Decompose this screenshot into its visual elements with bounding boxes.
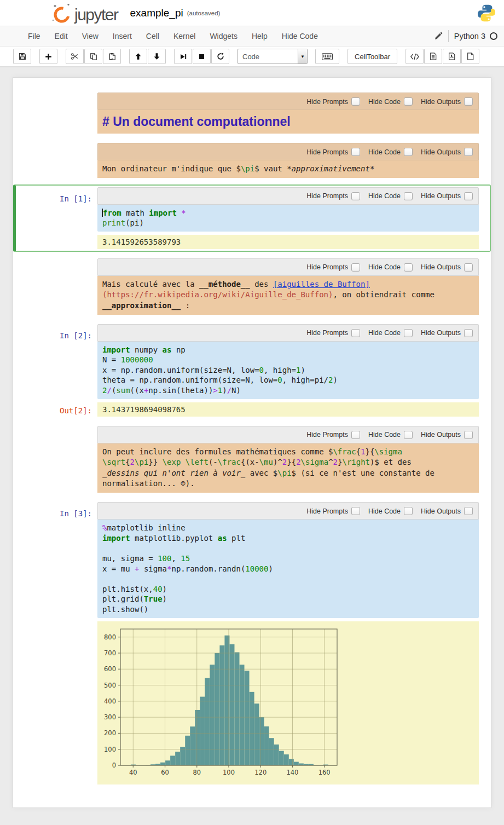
move-cell-down-button[interactable] [148, 49, 166, 64]
celltoolbar-button-label: CellToolbar [355, 53, 390, 61]
notebook-page: Hide PromptsHide CodeHide Outputs# Un do… [0, 67, 504, 815]
interrupt-kernel-button[interactable] [193, 49, 211, 64]
hide-outputs-checkbox[interactable] [464, 507, 473, 515]
menubar-items: FileEditViewInsertCellKernelWidgetsHelpH… [21, 27, 325, 45]
hide-prompts-checkbox[interactable] [351, 97, 360, 106]
menu-item-kernel[interactable]: Kernel [166, 27, 202, 45]
cell-output: 4060801001201401600100200300400500600700… [97, 621, 479, 784]
input-prompt [17, 93, 97, 134]
hide-outputs-checkbox[interactable] [464, 263, 473, 272]
cell-toolbar: Hide PromptsHide CodeHide Outputs [97, 324, 479, 342]
hide-outputs-label: Hide Outputs [421, 507, 461, 515]
hide-prompts-label: Hide Prompts [306, 507, 348, 515]
hide-code-checkbox[interactable] [404, 263, 413, 272]
paste-cell-button[interactable] [103, 49, 121, 64]
hide-prompts-label: Hide Prompts [306, 148, 348, 156]
hide-code-checkbox[interactable] [404, 507, 413, 515]
notebook-title[interactable]: example_pi [130, 7, 183, 19]
hide-outputs-checkbox[interactable] [464, 97, 473, 106]
cell-type-select[interactable]: Code ▼ [237, 49, 308, 64]
hide-prompts-label: Hide Prompts [306, 98, 348, 106]
restart-kernel-button[interactable] [211, 49, 229, 64]
command-palette-button[interactable] [315, 49, 339, 64]
menu-item-file[interactable]: File [21, 27, 48, 45]
cell-editor[interactable]: from math import *print(pi) [97, 205, 479, 232]
move-cell-up-button[interactable] [129, 49, 147, 64]
hide-prompts-checkbox[interactable] [351, 431, 360, 439]
hide-code-checkbox[interactable] [404, 431, 413, 439]
input-prompt: In [3]: [17, 502, 97, 618]
hide-prompts-label: Hide Prompts [306, 431, 348, 439]
hide-code-label: Hide Code [368, 507, 401, 515]
celltoolbar-button[interactable]: CellToolbar [347, 49, 397, 64]
hide-outputs-checkbox[interactable] [464, 329, 473, 337]
hide-outputs-checkbox[interactable] [464, 148, 473, 156]
svg-text:140: 140 [286, 769, 298, 776]
python-logo-icon [477, 3, 496, 26]
svg-text:80: 80 [193, 769, 201, 776]
code-cell[interactable]: In [3]:Hide PromptsHide CodeHide Outputs… [13, 499, 491, 787]
menu-item-help[interactable]: Help [245, 27, 275, 45]
markdown-cell[interactable]: Hide PromptsHide CodeHide OutputsMais ca… [13, 256, 491, 318]
hide-outputs-checkbox[interactable] [464, 431, 473, 439]
run-cell-button[interactable] [174, 49, 192, 64]
menubar-right: Python 3 [434, 30, 504, 42]
markdown-cell[interactable]: Hide PromptsHide CodeHide OutputsOn peut… [13, 423, 491, 495]
code-cell[interactable]: In [2]:Hide PromptsHide CodeHide Outputs… [13, 321, 491, 419]
markdown-cell[interactable]: Hide PromptsHide CodeHide Outputs# Un do… [13, 90, 491, 136]
hide-code-checkbox[interactable] [404, 97, 413, 106]
svg-text:160: 160 [318, 769, 331, 776]
code-cell[interactable]: In [1]:Hide PromptsHide CodeHide Outputs… [13, 184, 491, 252]
hide-code-label: Hide Code [368, 329, 401, 337]
hide-prompts-checkbox[interactable] [351, 329, 360, 337]
export-pdf-button[interactable] [443, 49, 461, 64]
menu-item-widgets[interactable]: Widgets [202, 27, 245, 45]
output-prompt [17, 235, 97, 249]
copy-cell-button[interactable] [84, 49, 102, 64]
svg-text:100: 100 [104, 745, 116, 753]
hide-code-checkbox[interactable] [404, 329, 413, 337]
hide-code-label: Hide Code [368, 192, 401, 200]
save-button[interactable] [13, 49, 31, 64]
menu-item-cell[interactable]: Cell [139, 27, 166, 45]
add-cell-button[interactable] [39, 49, 57, 64]
jupyter-logo[interactable]: jupyter [50, 2, 118, 24]
cell-toolbar: Hide PromptsHide CodeHide Outputs [97, 426, 479, 443]
menu-item-hide-code[interactable]: Hide Code [275, 27, 325, 45]
hide-prompts-checkbox[interactable] [351, 192, 360, 200]
kernel-idle-indicator-icon [490, 32, 497, 40]
hide-prompts-checkbox[interactable] [351, 148, 360, 156]
cell-editor[interactable]: import numpy as npN = 1000000x = np.rand… [97, 342, 479, 399]
menubar: FileEditViewInsertCellKernelWidgetsHelpH… [0, 26, 504, 47]
cell-editor[interactable]: %matplotlib inlineimport matplotlib.pypl… [97, 520, 479, 618]
hide-prompts-checkbox[interactable] [351, 507, 360, 515]
cell-editor[interactable]: Mon ordinateur m'indique que $\pi$ vaut … [97, 160, 479, 178]
jupyter-wordmark: jupyter [74, 7, 118, 24]
export-doc-button[interactable] [424, 49, 442, 64]
cell-toolbar: Hide PromptsHide CodeHide Outputs [97, 187, 479, 205]
hide-outputs-label: Hide Outputs [421, 148, 461, 156]
svg-text:40: 40 [129, 769, 137, 776]
select-arrow-icon: ▼ [298, 49, 307, 64]
menu-item-edit[interactable]: Edit [48, 27, 75, 45]
hide-outputs-checkbox[interactable] [464, 192, 473, 200]
menu-item-view[interactable]: View [75, 27, 106, 45]
markdown-cell[interactable]: Hide PromptsHide CodeHide OutputsMon ord… [13, 140, 491, 181]
input-prompt [17, 258, 97, 315]
hide-code-checkbox[interactable] [404, 192, 413, 200]
jupyter-logo-icon [50, 2, 73, 24]
toggle-code-button[interactable] [405, 49, 424, 64]
cut-cell-button[interactable] [66, 49, 84, 64]
svg-text:300: 300 [104, 713, 116, 721]
cell-editor[interactable]: # Un document computationnel [97, 110, 479, 134]
menu-item-insert[interactable]: Insert [106, 27, 139, 45]
cell-editor[interactable]: Mais calculé avec la __méthode__ des [ai… [97, 276, 479, 315]
input-prompt [17, 426, 97, 493]
hide-outputs-label: Hide Outputs [421, 329, 461, 337]
svg-text:120: 120 [254, 769, 267, 776]
hide-prompts-checkbox[interactable] [351, 263, 360, 272]
cell-editor[interactable]: On peut inclure des formules mathématiqu… [97, 443, 479, 493]
hide-code-checkbox[interactable] [404, 148, 413, 156]
svg-text:800: 800 [104, 633, 116, 641]
new-doc-button[interactable] [461, 49, 479, 64]
